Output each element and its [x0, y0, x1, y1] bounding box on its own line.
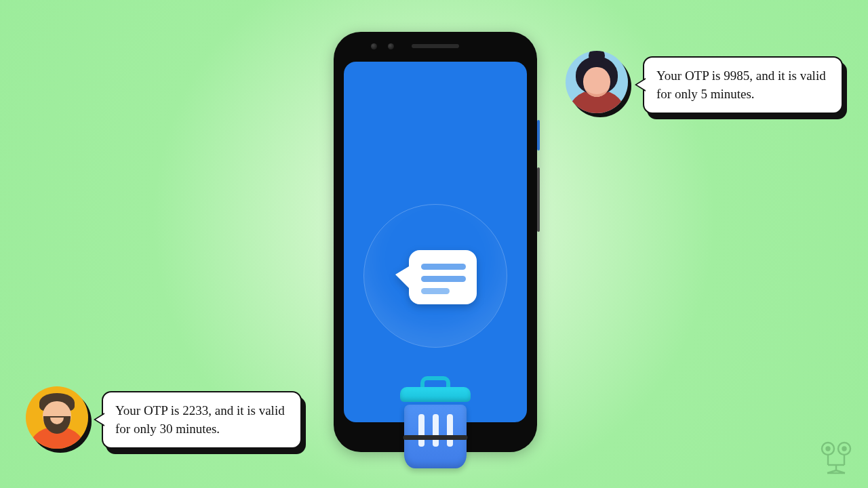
speech-tail-icon — [94, 413, 104, 426]
svg-point-5 — [827, 447, 830, 451]
svg-rect-0 — [421, 264, 466, 270]
woman-avatar — [566, 51, 628, 113]
phone-camera-icon — [388, 43, 394, 49]
speech-bubble-top: Your OTP is 9985, and it is valid for on… — [643, 56, 843, 114]
man-avatar — [26, 386, 88, 449]
phone-earpiece — [412, 44, 459, 48]
chat-bubble-icon — [391, 246, 479, 317]
logo-watermark-icon — [818, 441, 854, 477]
speech-tail-icon — [635, 78, 646, 92]
phone-home-bar — [403, 435, 468, 440]
svg-rect-2 — [421, 288, 450, 294]
trash-can-icon — [400, 376, 471, 468]
otp-message-text: Your OTP is 2233, and it is valid for on… — [115, 403, 285, 436]
illustration-canvas: Your OTP is 9985, and it is valid for on… — [0, 0, 868, 488]
phone-frame — [334, 32, 537, 452]
svg-point-6 — [843, 447, 846, 451]
otp-message-text: Your OTP is 9985, and it is valid for on… — [656, 68, 826, 101]
speech-bubble-bottom: Your OTP is 2233, and it is valid for on… — [102, 391, 302, 449]
phone-screen — [344, 62, 527, 422]
phone-camera-icon — [371, 43, 377, 49]
svg-rect-1 — [421, 276, 466, 282]
